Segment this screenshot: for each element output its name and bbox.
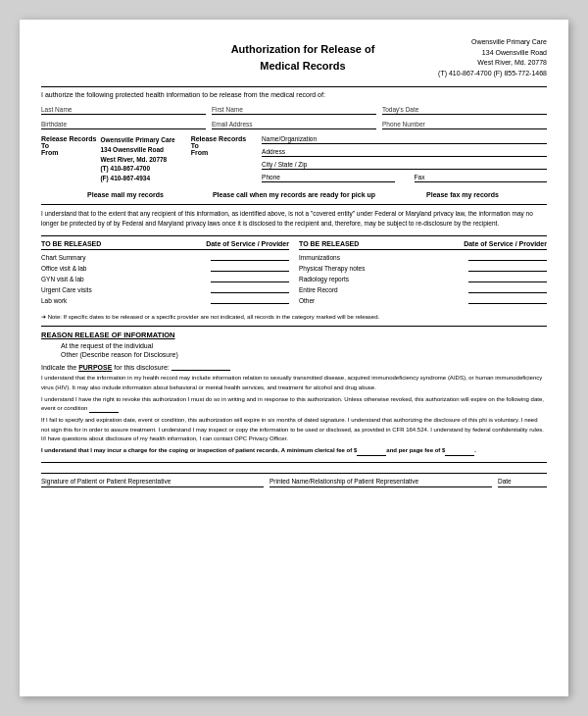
- table-row: Lab work: [41, 296, 289, 304]
- form-header: Authorization for Release of Medical Rec…: [41, 37, 547, 78]
- table-row: Other: [299, 296, 547, 304]
- tbl-col-left: TO BE RELEASED Date of Service / Provide…: [41, 240, 289, 307]
- table-row: Office visit & lab: [41, 264, 289, 272]
- notice-text: I understand that to the extent that any…: [41, 209, 547, 229]
- table-row: Urgent Care visits: [41, 285, 289, 293]
- clinic-release-address: Owensville Primary Care 134 Owensville R…: [100, 135, 174, 183]
- signature-row: Signature of Patient or Patient Represen…: [41, 473, 547, 487]
- purpose-text-3: If I fail to specify and expiration date…: [41, 416, 547, 443]
- release-middle: Release Records To From: [191, 135, 246, 183]
- mail-options-row: Please mail my records Please call when …: [41, 191, 547, 198]
- form-title: Authorization for Release of Medical Rec…: [216, 37, 390, 74]
- reason-item: Other (Describe reason for Disclosure): [61, 351, 547, 358]
- date-field-sig: Date: [498, 478, 547, 487]
- address-field-release: Address: [262, 148, 547, 157]
- table-row: GYN visit & lab: [41, 275, 289, 282]
- table-row: Entire Record: [299, 285, 547, 293]
- fax-field: Fax: [415, 174, 547, 182]
- table-row: Immunizations: [299, 253, 547, 261]
- last-name-field: Last Name: [41, 106, 206, 115]
- purpose-text-2: I understand I have the right to revoke …: [41, 395, 547, 414]
- purpose-label: Indicate the PURPOSE for this disclosure…: [41, 364, 547, 371]
- todays-date-field: Today's Date: [382, 106, 547, 115]
- purpose-section: Indicate the PURPOSE for this disclosure…: [41, 364, 547, 455]
- purpose-text-1: I understand that the information in my …: [41, 374, 547, 392]
- first-name-field: First Name: [212, 106, 376, 115]
- clinic-address: Owensville Primary Care 134 Owensville R…: [390, 37, 547, 78]
- tbl-left-header: TO BE RELEASED Date of Service / Provide…: [41, 240, 289, 250]
- table-row: Physical Therapy notes: [299, 264, 547, 272]
- fields-row-1: Last Name First Name Today's Date: [41, 106, 547, 115]
- medical-form: Authorization for Release of Medical Rec…: [20, 20, 568, 696]
- city-state-zip-field: City / State / Zip: [262, 161, 547, 170]
- tbl-right-header: TO BE RELEASED Date of Service / Provide…: [299, 240, 547, 250]
- reason-title: REASON RELEASE OF INFORMATION: [41, 331, 547, 339]
- to-be-released-section: TO BE RELEASED Date of Service / Provide…: [41, 240, 547, 307]
- email-field: Email Address: [212, 121, 376, 129]
- birthdate-field: Birthdate: [41, 121, 206, 129]
- name-org-field: Name/Organization: [262, 135, 547, 144]
- fields-row-2: Birthdate Email Address Phone Number: [41, 121, 547, 129]
- auth-line: I authorize the following protected heal…: [41, 91, 547, 98]
- purpose-text-4: I understand that I may incur a charge f…: [41, 446, 547, 455]
- phone-field: Phone Number: [382, 121, 547, 129]
- release-section: Release Records To From Owensville Prima…: [41, 135, 547, 183]
- table-row: Radiology reports: [299, 275, 547, 282]
- phone-fax-field: Phone: [262, 174, 394, 182]
- table-row: Chart Summary: [41, 253, 289, 261]
- reason-item: At the request of the individual: [61, 342, 547, 349]
- release-left: Release Records To From Owensville Prima…: [41, 135, 175, 183]
- note-text: ➔ Note: If specific dates to be released…: [41, 313, 547, 320]
- printed-name-field: Printed Name/Relationship of Patient Rep…: [270, 478, 492, 487]
- release-right: Name/Organization Address City / State /…: [262, 135, 547, 183]
- signature-field: Signature of Patient or Patient Represen…: [41, 478, 264, 487]
- tbl-col-right: TO BE RELEASED Date of Service / Provide…: [299, 240, 547, 307]
